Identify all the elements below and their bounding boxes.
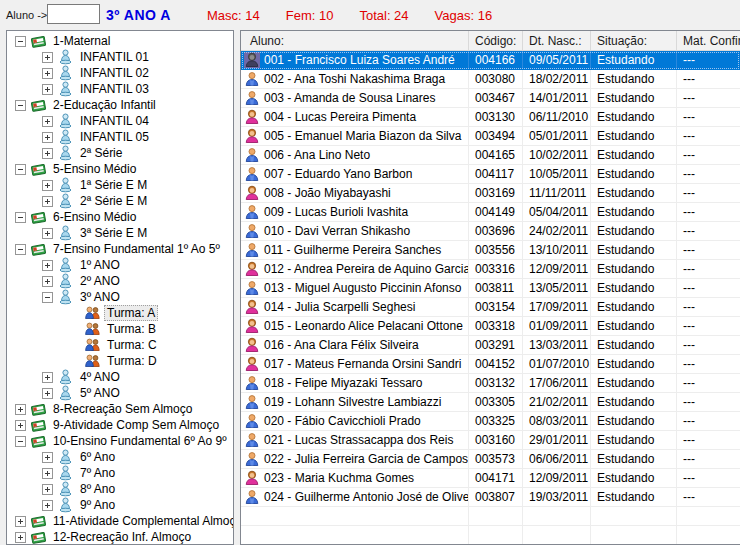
tree-item[interactable]: 9-Atividade Comp Sem Almoço: [7, 417, 233, 433]
student-codigo: 003807: [469, 488, 523, 506]
tree-node-icon: [30, 33, 47, 49]
student-row[interactable]: 011 - Guilherme Pereira Sanches 003556 1…: [241, 241, 740, 260]
expand-toggle-icon[interactable]: [42, 196, 53, 207]
expand-toggle-icon[interactable]: [15, 532, 26, 543]
tree-item[interactable]: 1º ANO: [7, 257, 233, 273]
expand-toggle-icon[interactable]: [15, 436, 26, 447]
tree-item[interactable]: 8º Ano: [7, 481, 233, 497]
tree-node-icon: [84, 321, 101, 337]
expand-toggle-icon[interactable]: [42, 132, 53, 143]
tree-item[interactable]: 9º Ano: [7, 497, 233, 513]
expand-toggle-icon[interactable]: [42, 116, 53, 127]
expand-toggle-icon[interactable]: [15, 212, 26, 223]
expand-toggle-icon[interactable]: [15, 404, 26, 415]
column-header-mat-confirmada[interactable]: Mat. Confirm: [677, 31, 740, 50]
tree-item[interactable]: 5º ANO: [7, 385, 233, 401]
tree-item[interactable]: 2º ANO: [7, 273, 233, 289]
tree-item[interactable]: 3º ANO: [7, 289, 233, 305]
tree-item[interactable]: INFANTIL 02: [7, 65, 233, 81]
tree-item[interactable]: 11-Atividade Complemental Almoço: [7, 513, 233, 529]
student-row[interactable]: 021 - Lucas Strassacappa dos Reis 003160…: [241, 431, 740, 450]
tree-item[interactable]: 2ª Série: [7, 145, 233, 161]
student-row[interactable]: 014 - Julia Scarpelli Seghesi 003154 17/…: [241, 298, 740, 317]
student-row[interactable]: 012 - Andrea Pereira de Aquino Garcia 00…: [241, 260, 740, 279]
student-row[interactable]: 018 - Felipe Miyazaki Tessaro 003132 17/…: [241, 374, 740, 393]
student-situacao: Estudando: [591, 222, 677, 240]
stat-masc: Masc: 14: [207, 8, 260, 23]
student-row[interactable]: 002 - Ana Toshi Nakashima Braga 003080 1…: [241, 70, 740, 89]
expand-toggle-icon[interactable]: [42, 52, 53, 63]
student-row[interactable]: 008 - João Miyabayashi 003169 11/11/2011…: [241, 184, 740, 203]
student-row[interactable]: 005 - Emanuel Maria Biazon da Silva 0034…: [241, 127, 740, 146]
tree-item[interactable]: 3ª Série E M: [7, 225, 233, 241]
expand-toggle-icon[interactable]: [42, 292, 53, 303]
expand-toggle-icon[interactable]: [42, 500, 53, 511]
aluno-search-input[interactable]: [47, 4, 100, 24]
expand-toggle-icon[interactable]: [42, 84, 53, 95]
tree-item[interactable]: 2ª Série E M: [7, 193, 233, 209]
column-header-dt-nasc[interactable]: Dt. Nasc.:: [523, 31, 591, 50]
expand-toggle-icon[interactable]: [15, 244, 26, 255]
expand-toggle-icon[interactable]: [42, 180, 53, 191]
expand-toggle-icon[interactable]: [42, 468, 53, 479]
tree-item[interactable]: 6-Ensino Médio: [7, 209, 233, 225]
student-row[interactable]: 006 - Ana Lino Neto 004165 10/02/2011 Es…: [241, 146, 740, 165]
column-header-situacao[interactable]: Situação:: [591, 31, 677, 50]
tree-item[interactable]: INFANTIL 05: [7, 129, 233, 145]
tree-item[interactable]: 6º Ano: [7, 449, 233, 465]
tree-item[interactable]: 2-Educação Infantil: [7, 97, 233, 113]
student-row[interactable]: 007 - Eduardo Yano Barbon 004117 10/05/2…: [241, 165, 740, 184]
expand-toggle-icon[interactable]: [42, 484, 53, 495]
expand-toggle-icon[interactable]: [42, 228, 53, 239]
expand-toggle-icon[interactable]: [42, 452, 53, 463]
tree-item[interactable]: Turma: A: [7, 305, 233, 321]
tree-item[interactable]: 12-Recreação Inf. Almoço: [7, 529, 233, 545]
expand-toggle-icon[interactable]: [42, 260, 53, 271]
student-row[interactable]: 010 - Davi Verran Shikasho 003696 24/02/…: [241, 222, 740, 241]
student-row[interactable]: 017 - Mateus Fernanda Orsini Sandri 0041…: [241, 355, 740, 374]
tree-item[interactable]: INFANTIL 01: [7, 49, 233, 65]
tree-item[interactable]: Turma: C: [7, 337, 233, 353]
student-row[interactable]: 016 - Ana Clara Félix Silveira 003291 13…: [241, 336, 740, 355]
student-row[interactable]: 003 - Amanda de Sousa Linares 003467 14/…: [241, 89, 740, 108]
tree-item[interactable]: 10-Ensino Fundamental 6º Ao 9º: [7, 433, 233, 449]
tree-item[interactable]: Turma: D: [7, 353, 233, 369]
expand-toggle-icon[interactable]: [15, 420, 26, 431]
tree-item-label: Turma: B: [104, 321, 159, 337]
expand-toggle-icon[interactable]: [42, 276, 53, 287]
tree-item[interactable]: 1-Maternal: [7, 33, 233, 49]
tree-item[interactable]: 5-Ensino Médio: [7, 161, 233, 177]
student-row[interactable]: 019 - Lohann Silvestre Lambiazzi 003305 …: [241, 393, 740, 412]
student-row[interactable]: 009 - Lucas Burioli Ivashita 004149 05/0…: [241, 203, 740, 222]
student-name: 017 - Mateus Fernanda Orsini Sandri: [264, 357, 461, 371]
student-row[interactable]: 022 - Julia Ferreira Garcia de Campos 00…: [241, 450, 740, 469]
expand-toggle-icon[interactable]: [15, 100, 26, 111]
tree-item[interactable]: 7º Ano: [7, 465, 233, 481]
expand-toggle-icon[interactable]: [15, 164, 26, 175]
tree-item[interactable]: 1ª Série E M: [7, 177, 233, 193]
student-row[interactable]: 023 - Maria Kuchma Gomes 004171 12/09/20…: [241, 469, 740, 488]
tree-item[interactable]: INFANTIL 03: [7, 81, 233, 97]
column-header-aluno[interactable]: Aluno:: [241, 31, 469, 50]
student-mat-confirmada: ---: [677, 374, 740, 392]
student-row[interactable]: 004 - Lucas Pereira Pimenta 003130 06/11…: [241, 108, 740, 127]
tree-node-icon: [57, 177, 74, 193]
expand-toggle-icon[interactable]: [42, 388, 53, 399]
student-row[interactable]: 015 - Leonardo Alice Pelacani Ottone 003…: [241, 317, 740, 336]
student-row[interactable]: 024 - Guilherme Antonio José de Oliveira…: [241, 488, 740, 507]
column-header-codigo[interactable]: Código:: [469, 31, 523, 50]
expand-toggle-icon[interactable]: [42, 372, 53, 383]
student-row[interactable]: 001 - Francisco Luiza Soares André 00416…: [241, 51, 740, 70]
expand-toggle-icon[interactable]: [42, 68, 53, 79]
student-codigo: 003316: [469, 260, 523, 278]
expand-toggle-icon[interactable]: [15, 36, 26, 47]
student-row[interactable]: 020 - Fábio Cavicchioli Prado 003325 08/…: [241, 412, 740, 431]
expand-toggle-icon[interactable]: [42, 148, 53, 159]
tree-item[interactable]: 4º ANO: [7, 369, 233, 385]
student-row[interactable]: 013 - Miguel Augusto Piccinin Afonso 003…: [241, 279, 740, 298]
tree-item[interactable]: 7-Ensino Fundamental 1º Ao 5º: [7, 241, 233, 257]
tree-item[interactable]: Turma: B: [7, 321, 233, 337]
tree-item[interactable]: INFANTIL 04: [7, 113, 233, 129]
expand-toggle-icon[interactable]: [15, 516, 26, 527]
tree-item[interactable]: 8-Recreação Sem Almoço: [7, 401, 233, 417]
